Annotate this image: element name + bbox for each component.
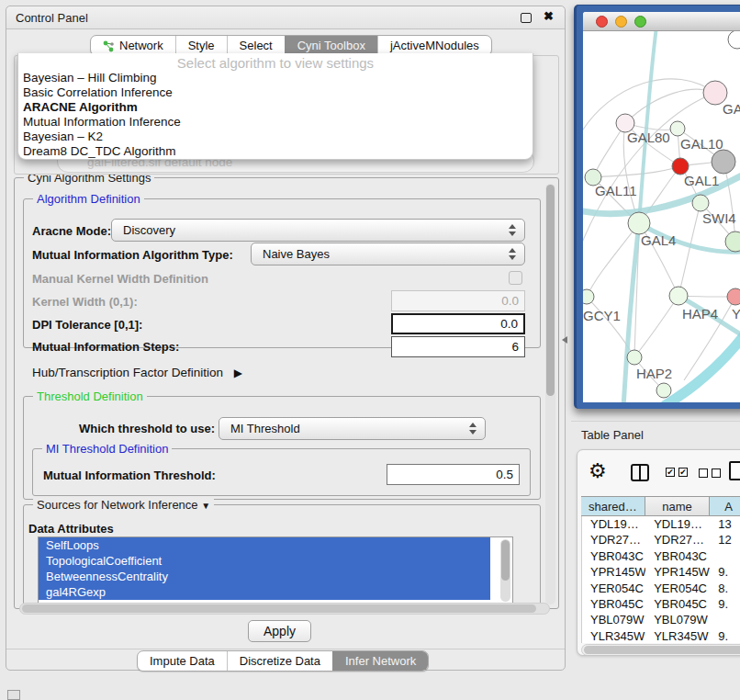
algorithm-option[interactable]: Bayesian – Hill Climbing <box>18 71 533 85</box>
table-horizontal-scrollbar[interactable] <box>581 644 740 656</box>
column-header-shared…[interactable]: shared… <box>581 497 645 515</box>
network-canvas[interactable]: GALGAL80GAL10GAL1GAL11SWI4GAL4GCY1HAP4YH… <box>583 31 740 402</box>
deselect-all-icon[interactable] <box>712 469 721 478</box>
network-edge[interactable] <box>593 166 680 177</box>
aracne-mode-value: Discovery <box>123 223 175 237</box>
data-attribute-item[interactable]: SelfLoops <box>39 537 490 553</box>
table-row[interactable]: YBR045CYBR045C9. <box>582 596 740 612</box>
tab-select[interactable]: Select <box>227 36 285 55</box>
select-all-icon[interactable]: ✔ <box>678 468 688 477</box>
network-node-y[interactable] <box>727 288 740 305</box>
column-header-A[interactable]: A <box>710 497 740 515</box>
algorithm-option[interactable]: ARACNE Algorithm <box>18 100 533 115</box>
algorithm-option[interactable]: Bayesian – K2 <box>18 130 533 144</box>
table-cell: YBR043C <box>645 548 710 564</box>
tab-style[interactable]: Style <box>175 36 227 55</box>
algorithm-definition-title: Algorithm Definition <box>33 192 144 206</box>
table-horizontal-scrollbar-thumb[interactable] <box>584 646 740 654</box>
hub-tf-definition-label: Hub/Transcription Factor Definition <box>32 366 223 379</box>
column-header-name[interactable]: name <box>645 497 711 515</box>
network-window-frame[interactable]: GALGAL80GAL10GAL1GAL11SWI4GAL4GCY1HAP4YH… <box>574 5 740 409</box>
tab-impute-data[interactable]: Impute Data <box>138 651 227 671</box>
tab-discretize-data[interactable]: Discretize Data <box>227 651 332 671</box>
network-node[interactable] <box>656 383 671 398</box>
network-node[interactable] <box>725 231 740 252</box>
control-panel-title: Control Panel <box>16 11 88 25</box>
dpi-tolerance-field[interactable]: 0.0 <box>391 313 525 334</box>
table-row[interactable]: YDL19…YDL19…13 <box>582 516 740 532</box>
which-threshold-combo[interactable]: MI Threshold <box>219 417 486 440</box>
settings-horizontal-scrollbar[interactable] <box>19 603 550 615</box>
select-all-icon[interactable]: ✔ <box>666 468 675 477</box>
table-row[interactable]: YDR27…YDR27…12 <box>582 532 740 548</box>
network-node-gcy1[interactable] <box>583 289 594 304</box>
tab-jactivemnodules[interactable]: jActiveMNodules <box>377 36 491 55</box>
import-table-icon[interactable] <box>729 461 740 480</box>
network-node-hap2[interactable] <box>627 350 642 365</box>
minimize-traffic-light-icon[interactable] <box>615 16 627 28</box>
tab-cyni-toolbox[interactable]: Cyni Toolbox <box>285 36 377 55</box>
table-cell: 8. <box>710 581 740 596</box>
float-window-icon[interactable] <box>521 13 532 23</box>
tab-infer-network[interactable]: Infer Network <box>332 651 428 671</box>
kernel-width-field[interactable]: 0.0 <box>391 290 525 311</box>
docked-panel-icon[interactable] <box>7 690 20 700</box>
collapsed-arrow-icon: ▶ <box>227 367 242 379</box>
aracne-mode-combo[interactable]: Discovery <box>111 219 525 242</box>
which-threshold-label: Which threshold to use: <box>79 422 215 435</box>
node-label: GAL10 <box>680 136 723 152</box>
table-cell: YBL079W <box>582 612 645 627</box>
network-node-swi4[interactable] <box>692 195 709 211</box>
table-row[interactable]: YER054CYER054C8. <box>582 581 740 596</box>
network-node-gal4[interactable] <box>628 212 650 234</box>
network-edge[interactable] <box>634 296 678 357</box>
manual-kernel-width-checkbox[interactable] <box>509 271 522 285</box>
algorithm-option[interactable]: Mutual Information Inference <box>18 115 533 130</box>
sources-group-title[interactable]: Sources for Network Inference ▼ <box>33 498 214 512</box>
table-cell: 9. <box>710 596 740 612</box>
table-cell: YDR27… <box>645 532 710 548</box>
network-node-gal10[interactable] <box>670 121 685 136</box>
settings-vertical-scrollbar-thumb[interactable] <box>546 185 555 396</box>
table-cell: YBL079W <box>645 612 710 627</box>
hub-tf-definition-toggle[interactable]: Hub/Transcription Factor Definition ▶ <box>32 366 242 379</box>
control-panel: Control Panel ✖ NetworkStyleSelectCyni T… <box>6 6 566 671</box>
table-cell: YLR345W <box>645 628 710 643</box>
tab-network[interactable]: Network <box>91 36 175 55</box>
network-node[interactable] <box>712 150 735 174</box>
gear-icon[interactable]: ⚙ <box>589 459 607 483</box>
table-row[interactable]: YBL079WYBL079W <box>582 612 740 627</box>
table-row[interactable]: YBR043CYBR043C <box>582 548 740 564</box>
algorithm-option[interactable]: Basic Correlation Inference <box>18 85 533 100</box>
attributes-scrollbar-thumb[interactable] <box>501 540 510 581</box>
table-row[interactable]: YPR145WYPR145W9. <box>582 564 740 580</box>
close-icon[interactable]: ✖ <box>544 9 554 23</box>
stepper-arrows-icon <box>508 223 516 237</box>
network-window-titlebar[interactable] <box>583 12 740 31</box>
mi-algorithm-type-combo[interactable]: Naive Bayes <box>251 243 525 265</box>
data-attribute-item[interactable]: BetweennessCentrality <box>39 569 490 584</box>
algorithm-option[interactable]: Dream8 DC_TDC Algorithm <box>18 144 533 159</box>
deselect-all-icon[interactable] <box>699 469 708 478</box>
mi-threshold-field[interactable]: 0.5 <box>387 464 520 485</box>
split-columns-icon[interactable] <box>631 464 649 481</box>
apply-button[interactable]: Apply <box>248 620 311 642</box>
sources-title-text: Sources for Network Inference <box>37 498 198 512</box>
zoom-traffic-light-icon[interactable] <box>634 16 646 28</box>
table-row[interactable]: YLR345WYLR345W9. <box>582 628 740 643</box>
network-edge-highlighted[interactable] <box>664 323 740 402</box>
node-label: HAP2 <box>636 366 672 381</box>
close-traffic-light-icon[interactable] <box>596 16 608 28</box>
mi-steps-field[interactable]: 6 <box>391 336 525 357</box>
network-node[interactable] <box>728 31 740 49</box>
panel-divider-collapse-icon[interactable] <box>562 336 567 344</box>
data-attribute-item[interactable]: gal4RGexp <box>39 584 490 600</box>
attributes-scrollbar[interactable] <box>500 539 510 602</box>
data-attribute-item[interactable]: TopologicalCoefficient <box>39 553 490 569</box>
settings-horizontal-scrollbar-thumb[interactable] <box>22 604 536 613</box>
network-node-hap4[interactable] <box>669 287 688 305</box>
aracne-mode-label: Aracne Mode: <box>32 224 111 238</box>
network-graph[interactable]: GALGAL80GAL10GAL1GAL11SWI4GAL4GCY1HAP4YH… <box>583 31 740 402</box>
settings-vertical-scrollbar[interactable] <box>545 184 555 604</box>
network-edge[interactable] <box>625 89 715 123</box>
